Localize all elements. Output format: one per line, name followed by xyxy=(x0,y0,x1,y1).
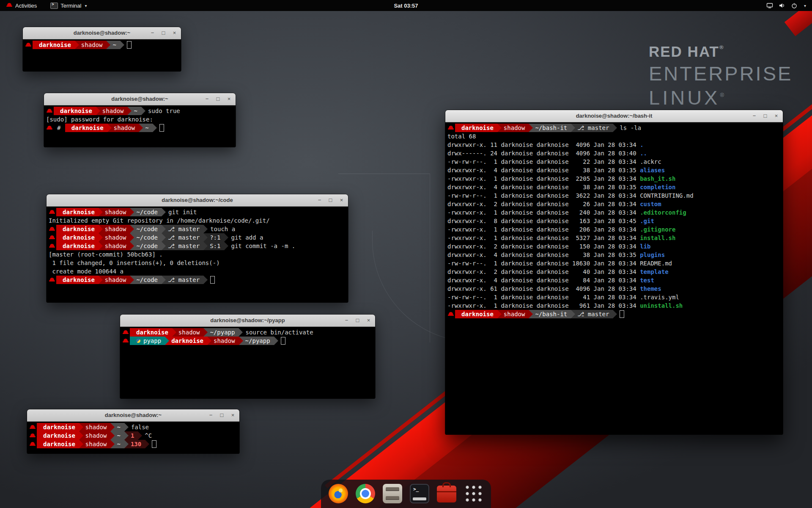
firefox-icon[interactable] xyxy=(329,484,348,503)
window-titlebar[interactable]: darknoise@shadow:~ − □ × xyxy=(27,409,239,422)
minimize-button[interactable]: − xyxy=(150,27,155,39)
prompt-user-segment: darknoise xyxy=(455,124,497,132)
prompt-file-segment: README.md xyxy=(640,260,672,267)
terminal-content[interactable]: darknoiseshadow~/codegit initInitialized… xyxy=(47,207,348,303)
maximize-button[interactable]: □ xyxy=(355,315,360,326)
prompt-file-segment: CONTRIBUTING.md xyxy=(640,192,693,199)
maximize-button[interactable]: □ xyxy=(161,27,166,39)
terminal-icon[interactable] xyxy=(410,484,429,503)
prompt-user-segment: darknoise xyxy=(165,337,207,345)
prompt-host-segment: shadow xyxy=(79,431,111,440)
prompt-host-segment: shadow xyxy=(99,276,130,284)
window-title: darknoise@shadow:~/code xyxy=(47,194,348,206)
minimize-button[interactable]: − xyxy=(208,409,214,421)
window-titlebar[interactable]: darknoise@shadow:~/bash-it − □ × xyxy=(445,110,783,122)
terminal-content[interactable]: darknoiseshadow~/pyappsource bin/activat… xyxy=(120,327,375,399)
power-icon[interactable] xyxy=(791,2,798,9)
terminal-content[interactable]: darknoiseshadow~sudo true[sudo] password… xyxy=(44,105,236,147)
terminal-content[interactable]: darknoiseshadow~falsedarknoiseshadow~1^C… xyxy=(27,422,239,454)
prompt-user-segment: darknoise xyxy=(56,208,99,216)
volume-icon[interactable] xyxy=(779,2,785,9)
redhat-prompt-icon xyxy=(49,225,55,233)
close-button[interactable]: × xyxy=(172,27,177,39)
terminal-line: drwxrwxr-x. 8 darknoise darknoise 163 Ja… xyxy=(447,217,781,225)
activities-button[interactable]: Activities xyxy=(3,0,39,11)
maximize-button[interactable]: □ xyxy=(219,409,225,421)
prompt-path-segment: ~/code xyxy=(130,233,162,242)
prompt-dir-segment: template xyxy=(640,268,668,275)
terminal-window-sudo: darknoise@shadow:~ − □ × darknoiseshadow… xyxy=(44,93,236,147)
terminal-line: drwxrwxr-x. 4 darknoise darknoise 38 Jan… xyxy=(447,166,781,174)
terminal-line: darknoiseshadow~sudo true xyxy=(46,107,233,115)
terminal-line: darknoiseshadow~/codegit init xyxy=(49,208,346,216)
prompt-user-segment: darknoise xyxy=(37,423,79,431)
prompt-exec-segment: uninstall.sh xyxy=(640,302,683,309)
clock[interactable]: Sat 03:57 xyxy=(394,3,418,9)
close-button[interactable]: × xyxy=(230,409,236,421)
close-button[interactable]: × xyxy=(774,110,779,122)
prompt-file-segment: .travis.yml xyxy=(640,294,679,301)
prompt-user-segment: darknoise xyxy=(33,41,75,49)
terminal-line: -rwxrwxr-x. 1 darknoise darknoise 206 Ja… xyxy=(447,225,781,234)
redhat-prompt-icon xyxy=(29,440,36,448)
window-titlebar[interactable]: darknoise@shadow:~/code − □ × xyxy=(47,194,348,207)
system-status-area[interactable]: ▾ xyxy=(766,0,812,11)
terminal-line: -rw-rw-r--. 1 darknoise darknoise 18630 … xyxy=(447,259,781,268)
prompt-path-segment: ~/pyapp xyxy=(203,328,239,337)
chrome-icon[interactable] xyxy=(356,484,375,503)
chevron-down-icon[interactable]: ▾ xyxy=(804,3,806,8)
terminal-cursor xyxy=(210,276,215,284)
display-icon[interactable] xyxy=(766,2,773,9)
terminal-window-bash-it: darknoise@shadow:~/bash-it − □ × darknoi… xyxy=(445,110,783,434)
maximize-button[interactable]: □ xyxy=(215,93,221,105)
prompt-out-segment: drwxrwxr-x. 4 darknoise darknoise 84 Jan… xyxy=(447,277,640,284)
terminal-line: darknoiseshadow~/bash-it⎇ master xyxy=(447,310,781,318)
prompt-user-segment: darknoise xyxy=(56,233,99,242)
toolbox-icon[interactable] xyxy=(437,486,456,502)
close-button[interactable]: × xyxy=(226,93,232,105)
prompt-out-segment: drwxrwxr-x. 4 darknoise darknoise 38 Jan… xyxy=(447,167,640,174)
maximize-button[interactable]: □ xyxy=(763,110,768,122)
files-icon[interactable] xyxy=(383,484,402,503)
prompt-out-segment: [master (root-commit) 50bcb63] . xyxy=(49,251,163,258)
app-menu-terminal[interactable]: Terminal ▾ xyxy=(48,0,89,11)
prompt-host-segment: shadow xyxy=(99,208,130,216)
close-button[interactable]: × xyxy=(339,194,344,206)
terminal-line: Initialized empty Git repository in /hom… xyxy=(49,216,346,225)
terminal-line: drwxrwxr-x. 2 darknoise darknoise 40 Jan… xyxy=(447,268,781,276)
prompt-user-segment: darknoise xyxy=(65,124,107,132)
minimize-button[interactable]: − xyxy=(344,315,349,326)
terminal-line: -rwxrwxr-x. 1 darknoise darknoise 961 Ja… xyxy=(447,301,781,310)
minimize-button[interactable]: − xyxy=(752,110,757,122)
window-title: darknoise@shadow:~/pyapp xyxy=(120,315,375,326)
terminal-line: [sudo] password for darknoise: xyxy=(46,115,233,124)
prompt-out-segment: drwxrwxr-x. 2 darknoise darknoise 40 Jan… xyxy=(447,268,640,275)
close-button[interactable]: × xyxy=(366,315,371,326)
prompt-git-segment: ⎇ master xyxy=(571,310,613,318)
prompt-user-segment: darknoise xyxy=(56,242,99,250)
prompt-out-segment: -rwxrwxr-x. 1 darknoise darknoise 240 Ja… xyxy=(447,209,640,216)
redhat-prompt-icon xyxy=(49,233,55,242)
prompt-out-segment: drwxrwxr-x. 2 darknoise darknoise 150 Ja… xyxy=(447,243,640,250)
prompt-out-segment: -rwxrwxr-x. 1 darknoise darknoise 2205 J… xyxy=(447,175,640,182)
redhat-prompt-icon xyxy=(49,276,55,284)
window-titlebar[interactable]: darknoise@shadow:~ − □ × xyxy=(44,93,236,105)
window-titlebar[interactable]: darknoise@shadow:~ − □ × xyxy=(23,27,181,39)
terminal-content[interactable]: darknoiseshadow~ xyxy=(23,39,181,72)
prompt-dir-segment: aliases xyxy=(640,167,665,174)
terminal-content[interactable]: darknoiseshadow~/bash-it⎇ masterls -lato… xyxy=(445,122,783,435)
prompt-out-segment: drwxrwxr-x. 8 darknoise darknoise 163 Ja… xyxy=(447,218,640,224)
app-grid-icon[interactable] xyxy=(464,484,483,503)
prompt-user-segment: darknoise xyxy=(130,328,172,337)
window-titlebar[interactable]: darknoise@shadow:~/pyapp − □ × xyxy=(120,315,375,327)
minimize-button[interactable]: − xyxy=(204,93,210,105)
prompt-path-segment: ~/bash-it xyxy=(529,124,571,132)
minimize-button[interactable]: − xyxy=(317,194,322,206)
maximize-button[interactable]: □ xyxy=(328,194,333,206)
prompt-host-segment: shadow xyxy=(107,124,139,132)
terminal-line: drwxrwxr-x. 11 darknoise darknoise 4096 … xyxy=(447,141,781,149)
terminal-line: -rw-rw-r--. 1 darknoise darknoise 41 Jan… xyxy=(447,293,781,301)
prompt-cmd-segment: git add a xyxy=(224,234,263,241)
redhat-prompt-icon xyxy=(29,431,36,440)
terminal-line: 1 file changed, 0 insertions(+), 0 delet… xyxy=(49,259,346,267)
